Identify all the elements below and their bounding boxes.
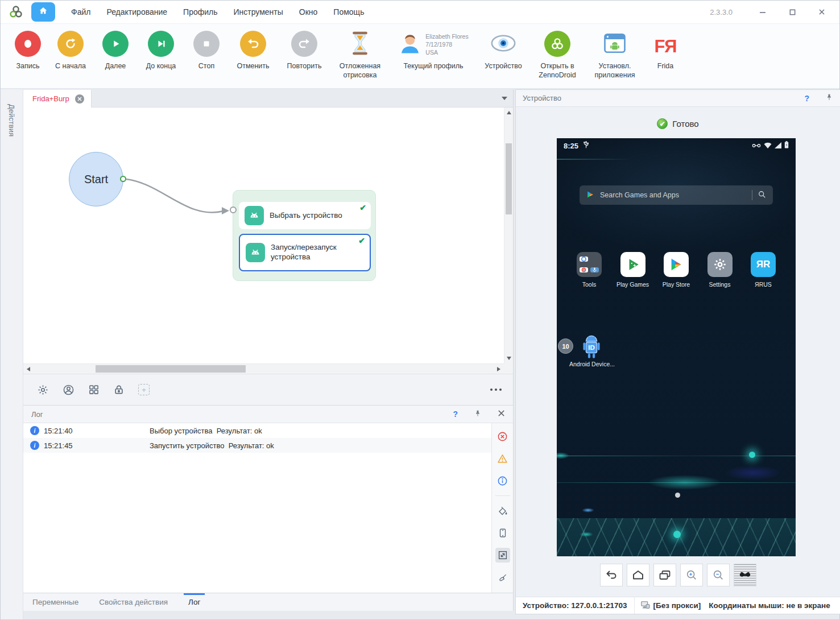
tab-variables[interactable]: Переменные: [32, 593, 78, 611]
actions-sidebar-tab[interactable]: Действия: [1, 89, 23, 619]
tab-log[interactable]: Лог: [188, 593, 200, 611]
scroll-right-icon[interactable]: [497, 367, 500, 371]
flow-canvas[interactable]: Start Выбрать устройство ✔ Запуск/переза…: [23, 108, 504, 363]
warnings-filter-icon[interactable]: [495, 451, 510, 466]
lock-icon[interactable]: [113, 384, 125, 395]
scroll-up-icon[interactable]: [507, 111, 511, 114]
grid-blocks-icon[interactable]: [88, 384, 100, 395]
pin-icon[interactable]: [474, 410, 482, 419]
current-profile-button[interactable]: Elizabeth Flores 7/12/1978 USA Текущий п…: [391, 29, 476, 71]
action-group[interactable]: Выбрать устройство ✔ Запуск/перезапуск у…: [233, 190, 376, 281]
app-yarus[interactable]: ЯR ЯRUS: [744, 252, 782, 288]
battery-icon: [784, 141, 789, 150]
menu-tools[interactable]: Инструменты: [226, 1, 291, 23]
profile-birthdate: 7/12/1978: [425, 41, 452, 48]
undo-button[interactable]: Отменить: [229, 29, 277, 71]
to-end-button[interactable]: До конца: [138, 29, 184, 71]
next-button[interactable]: Далее: [95, 29, 136, 71]
undo-icon: [240, 31, 266, 57]
tab-list-dropdown-icon[interactable]: [502, 97, 507, 100]
action-select-device[interactable]: Выбрать устройство ✔: [239, 202, 371, 229]
log-row[interactable]: i 15:21:40 Выбор устройства Результат: o…: [23, 423, 491, 438]
nav-home-button[interactable]: [627, 564, 649, 586]
errors-filter-icon[interactable]: [495, 429, 510, 444]
vertical-scroll-thumb[interactable]: [506, 143, 512, 214]
play-search-bar[interactable]: Search Games and Apps: [580, 185, 773, 205]
start-node[interactable]: Start: [69, 152, 123, 206]
action-restart-device[interactable]: Запуск/перезапуск устройства ✔: [239, 234, 371, 271]
horizontal-scroll-thumb[interactable]: [96, 365, 246, 373]
app-settings[interactable]: Settings: [701, 252, 739, 288]
android-device-app-icon[interactable]: ID: [578, 332, 605, 362]
play-store-app-icon: [664, 252, 689, 277]
app-play-store[interactable]: Play Store: [657, 252, 695, 288]
frida-button[interactable]: FЯ Frida: [645, 29, 685, 71]
eye-icon: [491, 35, 516, 53]
start-node-label: Start: [84, 173, 108, 186]
scroll-left-icon[interactable]: [27, 367, 30, 371]
log-row[interactable]: i 15:21:45 Запустить устройство Результа…: [23, 438, 491, 453]
log-rows: i 15:21:40 Выбор устройства Результат: o…: [23, 423, 491, 593]
proxy-icon: [640, 601, 650, 611]
menu-profile[interactable]: Профиль: [175, 1, 225, 23]
mini-app-icon: [580, 257, 588, 262]
project-tabstrip: Frida+Burp: [23, 89, 513, 108]
device-view-button[interactable]: Устройство: [478, 29, 528, 71]
hourglass-icon: [350, 31, 370, 57]
zoom-out-button[interactable]: [707, 564, 730, 586]
start-connector-dot[interactable]: [120, 176, 126, 182]
add-selection-icon[interactable]: +: [138, 384, 150, 395]
search-icon[interactable]: [758, 191, 766, 200]
expand-view-icon[interactable]: [495, 548, 510, 563]
tools-app-icon: [577, 252, 602, 277]
close-panel-icon[interactable]: [498, 410, 505, 419]
close-button[interactable]: [814, 5, 829, 19]
zoom-in-button[interactable]: [680, 564, 703, 586]
fill-bucket-icon[interactable]: [495, 503, 510, 518]
help-icon[interactable]: ?: [804, 94, 809, 103]
android-action-icon: [246, 243, 265, 262]
horizontal-scrollbar[interactable]: [23, 363, 504, 374]
device-screen-icon[interactable]: [495, 526, 510, 540]
tab-frida-burp[interactable]: Frida+Burp: [23, 90, 92, 108]
version-label: 2.3.3.0: [710, 8, 733, 16]
stop-button[interactable]: Стоп: [186, 29, 227, 71]
info-filter-icon[interactable]: [495, 473, 510, 488]
app-play-games[interactable]: Play Games: [614, 252, 652, 288]
vertical-scrollbar[interactable]: [504, 108, 513, 363]
maximize-button[interactable]: [785, 5, 800, 19]
log-panel-header: Лог ?: [23, 405, 513, 423]
nav-back-button[interactable]: [600, 564, 623, 586]
more-options-icon[interactable]: [490, 388, 502, 391]
settings-gear-icon[interactable]: [37, 384, 49, 396]
frida-butterfly-button[interactable]: [734, 564, 756, 586]
deferred-render-button[interactable]: Отложенная отрисовка: [332, 29, 388, 80]
menu-help[interactable]: Помощь: [325, 1, 372, 23]
clear-log-brush-icon[interactable]: [495, 570, 510, 585]
tab-action-properties[interactable]: Свойства действия: [99, 593, 168, 611]
pin-icon[interactable]: [825, 93, 833, 103]
tab-close-icon[interactable]: [75, 94, 84, 104]
record-icon: [15, 31, 41, 57]
menu-file[interactable]: Файл: [63, 1, 98, 23]
app-tools[interactable]: Tools: [570, 252, 608, 288]
menu-window[interactable]: Окно: [291, 1, 326, 23]
from-start-button[interactable]: С начала: [48, 29, 93, 71]
log-message: Выбор устройства Результат: ok: [150, 427, 262, 435]
help-icon[interactable]: ?: [453, 410, 458, 419]
minimize-button[interactable]: [755, 5, 770, 19]
menu-edit[interactable]: Редактирование: [98, 1, 175, 23]
scroll-down-icon[interactable]: [507, 357, 511, 360]
record-button[interactable]: Запись: [10, 29, 46, 71]
ready-check-icon: ✔: [657, 118, 668, 129]
open-in-zennodroid-button[interactable]: Открыть в ZennoDroid: [531, 29, 584, 80]
nav-recents-button[interactable]: [653, 564, 676, 586]
profile-circle-icon[interactable]: [63, 384, 75, 396]
installed-apps-button[interactable]: Установл. приложения: [586, 29, 643, 80]
group-input-connector-dot[interactable]: [230, 206, 237, 213]
home-button[interactable]: [31, 2, 55, 22]
log-filter-column: [491, 423, 513, 593]
redo-button[interactable]: Повторить: [279, 29, 329, 71]
device-screen[interactable]: 8:25 Search Games and Apps: [557, 138, 796, 556]
settings-app-icon: [707, 252, 733, 277]
